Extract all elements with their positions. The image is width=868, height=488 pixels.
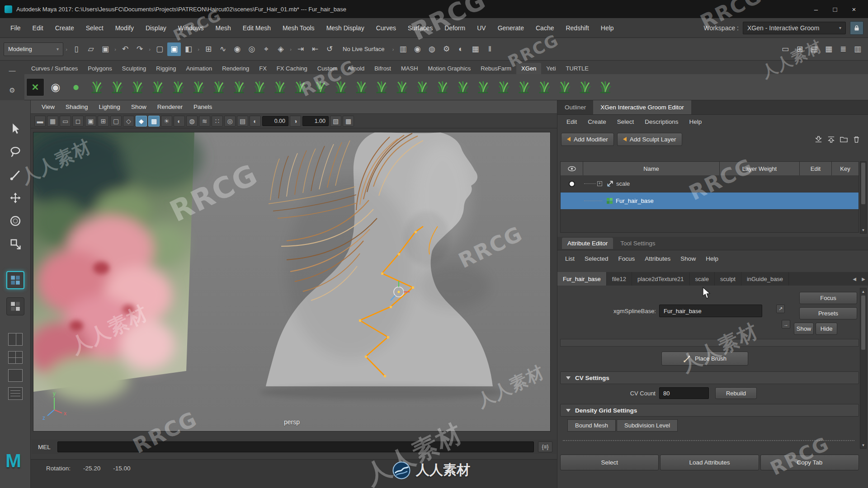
shelf-tab[interactable]: Sculpting (117, 63, 151, 74)
minimize-icon[interactable]: – (807, 3, 826, 15)
outliner-layout-button[interactable] (8, 387, 23, 400)
four-pane-layout-button[interactable] (8, 351, 23, 364)
isolate-select-icon[interactable]: ▩ (343, 116, 354, 127)
output-connections-icon[interactable]: ⇤ (308, 42, 322, 56)
paint-select-tool[interactable] (8, 167, 23, 183)
grass-mirror-icon[interactable] (413, 78, 431, 96)
field-chart-icon[interactable]: ⊞ (98, 116, 109, 127)
color-management-icon[interactable]: ▧ (330, 116, 341, 127)
separator[interactable]: › (113, 42, 118, 57)
grass-repel-icon[interactable] (555, 78, 573, 96)
layer-row-scale[interactable]: + scale (561, 175, 859, 192)
grass-export-icon[interactable] (596, 78, 614, 96)
density-brush-icon[interactable] (209, 78, 227, 96)
panel-menu-item[interactable]: Shading (60, 103, 94, 110)
groom-menu-item[interactable]: Select (612, 118, 640, 125)
safe-action-icon[interactable]: ▢ (110, 116, 122, 127)
sculpt-layer-icon[interactable] (392, 78, 410, 96)
separator[interactable]: › (196, 42, 201, 57)
active-sculpt-tool-icon[interactable] (6, 271, 24, 289)
select-object-icon[interactable]: ▣ (167, 42, 181, 56)
menubar-item[interactable]: Edit Mesh (237, 18, 277, 38)
width-brush-icon[interactable] (291, 78, 309, 96)
node-tab[interactable]: file12 (607, 272, 632, 286)
mel-toggle[interactable]: MEL (35, 444, 53, 450)
menubar-item[interactable]: Generate (492, 18, 530, 38)
subdivision-level-column-header[interactable]: Subdivision Level (617, 419, 678, 432)
scrollbar-thumb[interactable] (861, 296, 865, 350)
move-layer-up-icon[interactable] (814, 135, 823, 144)
editor-tab[interactable]: Outliner (557, 100, 593, 114)
menubar-item[interactable]: UV (471, 18, 491, 38)
smooth-brush-icon[interactable] (372, 78, 390, 96)
shaded-mode-icon[interactable]: ◆ (136, 116, 147, 127)
scroll-down-icon[interactable]: ▼ (860, 442, 866, 448)
shelf-tab[interactable]: Custom (312, 63, 343, 74)
wireframe-icon[interactable]: ◇ (123, 116, 134, 127)
menubar-item[interactable]: Windows (172, 18, 210, 38)
attach-groom-icon[interactable] (108, 78, 126, 96)
exposure-field[interactable]: 0.00 (262, 116, 288, 126)
groom-menu-item[interactable]: Help (684, 118, 708, 125)
node-tab[interactable]: inGuide_base (741, 272, 789, 286)
single-pane-layout-button[interactable] (8, 369, 23, 382)
visibility-toggle[interactable] (569, 181, 575, 187)
name-column-header[interactable]: Name (583, 162, 719, 175)
node-tab[interactable]: scale (690, 272, 715, 286)
select-hierarchy-icon[interactable]: ▢ (153, 42, 166, 56)
menubar-item[interactable]: Modify (109, 18, 140, 38)
lights-icon[interactable]: ☀ (161, 116, 172, 127)
scale-tool[interactable] (8, 236, 23, 252)
workspace-dropdown[interactable]: XGen - Interactive Groom ▾ (743, 22, 846, 34)
trash-icon[interactable] (852, 135, 861, 144)
node-tab[interactable]: place2dTexture21 (632, 272, 690, 286)
snap-to-grid-icon[interactable]: ⊞ (202, 42, 215, 56)
add-sculpt-layer-button[interactable]: Add Sculpt Layer (617, 133, 682, 146)
workspace-lock-button[interactable] (850, 21, 863, 35)
grass-wind-icon[interactable] (474, 78, 492, 96)
copy-tab-button[interactable]: Copy Tab (760, 455, 859, 470)
panel-menu-item[interactable]: Lighting (94, 103, 126, 110)
live-surface-status[interactable]: No Live Surface (337, 43, 390, 56)
separator[interactable]: › (288, 42, 293, 57)
panel-resize-handle[interactable] (563, 440, 854, 441)
multisample-icon[interactable]: ∷ (212, 116, 223, 127)
grass-attract-icon[interactable] (535, 78, 553, 96)
create-interactive-groom-icon[interactable] (87, 78, 105, 96)
single-pane-layout-icon[interactable]: ▭ (778, 42, 792, 56)
panel-menu-item[interactable]: Show (126, 103, 152, 110)
scroll-down-icon[interactable]: ▼ (860, 227, 866, 233)
menu-set-dropdown[interactable]: Modeling ▾ (4, 42, 63, 56)
show-button[interactable]: Show (794, 323, 814, 335)
noise-brush-icon[interactable] (311, 78, 329, 96)
open-scene-icon[interactable]: ▱ (84, 42, 98, 56)
xray-icon[interactable]: ▤ (237, 116, 248, 127)
shelf-tab[interactable]: RebusFarm (476, 63, 516, 74)
node-tab[interactable]: sculpt (715, 272, 741, 286)
rotate-tool[interactable] (8, 213, 23, 229)
hypershade-panel-icon[interactable]: ▤ (807, 42, 821, 56)
spline-base-input[interactable]: Fur_hair_base (659, 305, 762, 317)
display-toggle-icon[interactable]: ◐ (454, 42, 468, 56)
scroll-up-icon[interactable]: ▲ (860, 288, 866, 295)
cut-brush-icon[interactable] (270, 78, 288, 96)
quad-pane-layout-icon[interactable]: ⊞ (793, 42, 807, 56)
attribute-menu-item[interactable]: List (560, 255, 580, 262)
shelf-tab[interactable]: Rigging (151, 63, 181, 74)
grass-random-icon[interactable] (576, 78, 594, 96)
tab-next-icon[interactable]: ▶ (859, 272, 868, 286)
attribute-menu-item[interactable]: Focus (613, 255, 640, 262)
snap-to-point-icon[interactable]: ◉ (231, 42, 244, 56)
rebuild-button[interactable]: Rebuild (715, 387, 757, 399)
groom-menu-item[interactable]: Create (582, 118, 612, 125)
menubar-item[interactable]: Create (49, 18, 80, 38)
menubar-item[interactable]: Redshift (560, 18, 594, 38)
grass-part-icon[interactable] (433, 78, 451, 96)
grid-toggle-icon[interactable]: ▦ (47, 116, 58, 127)
visibility-column-header[interactable] (561, 162, 583, 175)
hide-button[interactable]: Hide (816, 323, 837, 335)
place-brush-button[interactable]: Place Brush (661, 352, 748, 366)
length-brush-icon[interactable] (250, 78, 268, 96)
pause-icon[interactable]: ‖ (483, 42, 497, 56)
density-grid-settings-header[interactable]: Density Grid Settings (560, 404, 859, 417)
